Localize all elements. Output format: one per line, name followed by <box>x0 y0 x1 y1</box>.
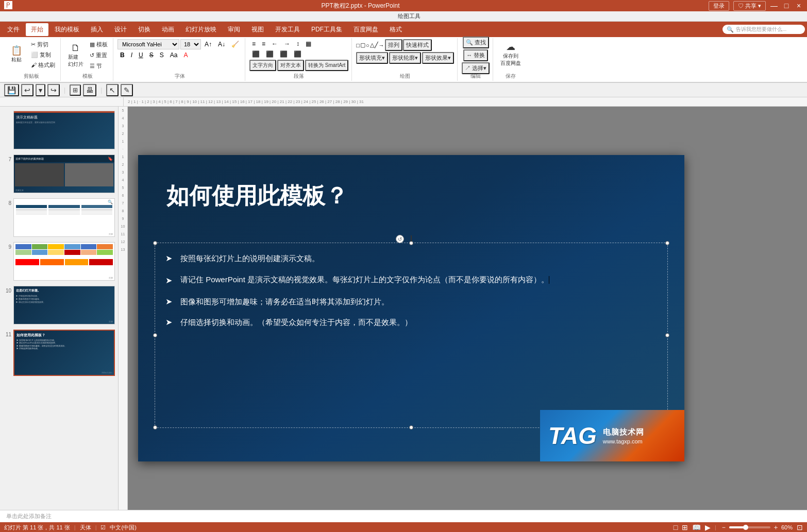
font-decrease-button[interactable]: A↓ <box>215 40 228 49</box>
slide-img-10[interactable]: 这是幻灯片标题。 ▶ 仔细选择切换和动画。 ▶ 图像和图形可增加趣味。 ▶ 请记… <box>13 286 115 324</box>
slide-thumb-11[interactable]: 11 如何使用此模板？ ▶ 按照每张幻灯片上的说明创建演示文稿。 ▶ 请记住Po… <box>2 329 116 377</box>
slide-thumb-10[interactable]: 10 这是幻灯片标题。 ▶ 仔细选择切换和动画。 ▶ 图像和图形可增加趣味。 ▶… <box>2 285 116 325</box>
slide-img-7[interactable]: 选择下面列出的案例标题 🔖 页脚文本 <box>13 155 115 193</box>
bold-button[interactable]: B <box>117 50 127 60</box>
decrease-indent-button[interactable]: ← <box>269 39 280 48</box>
normal-view-button[interactable]: □ <box>674 523 678 531</box>
align-text-button[interactable]: 对齐文本 <box>277 60 304 71</box>
shape-arrow[interactable]: → <box>379 42 384 48</box>
paste-button[interactable]: 📋 粘贴 <box>5 39 28 70</box>
redo-button[interactable]: ↪ <box>47 84 60 96</box>
char-spacing-button[interactable]: Aa <box>167 50 180 60</box>
underline-button[interactable]: U <box>136 50 146 60</box>
slide-img-11[interactable]: 如何使用此模板？ ▶ 按照每张幻灯片上的说明创建演示文稿。 ▶ 请记住Power… <box>13 330 115 376</box>
new-slide-button[interactable]: 🗋 新建幻灯片 <box>65 42 87 70</box>
shape-fill-button[interactable]: 形状填充▾ <box>356 52 388 64</box>
shape-triangle[interactable]: △ <box>370 42 374 48</box>
menu-view[interactable]: 视图 <box>246 23 269 36</box>
slide-thumb-6[interactable]: 演示文稿标题 副标题文本在这里，通常比较长以填充空间 <box>2 110 116 150</box>
menu-transitions[interactable]: 切换 <box>133 23 156 36</box>
customize-qa-button[interactable]: ⊞ <box>70 84 81 96</box>
minimize-button[interactable]: — <box>770 2 778 10</box>
cursor-button[interactable]: ↖ <box>106 84 119 96</box>
slideshow-button[interactable]: ▶ <box>705 523 711 531</box>
align-right-button[interactable]: ⬛ <box>277 49 290 59</box>
shape-rounded[interactable]: ▢ <box>360 42 365 48</box>
accessibility-icon[interactable]: ☑ <box>100 524 106 531</box>
handle-tc[interactable] <box>409 241 413 245</box>
slide-thumb-8[interactable]: 8 🔍 <box>2 197 116 238</box>
undo-button[interactable]: ↩ <box>21 84 33 96</box>
menu-baidu[interactable]: 百度网盘 <box>348 23 383 36</box>
menu-format[interactable]: 格式 <box>384 23 407 36</box>
slide-thumb-9[interactable]: 9 <box>2 241 116 282</box>
handle-bl[interactable] <box>153 425 157 430</box>
numbered-list-button[interactable]: ≡ <box>259 39 268 48</box>
menu-insert[interactable]: 插入 <box>86 23 108 36</box>
align-left-button[interactable]: ⬛ <box>249 49 262 59</box>
zoom-slider[interactable] <box>729 526 770 528</box>
menu-design[interactable]: 设计 <box>109 23 132 36</box>
handle-bc[interactable] <box>409 425 413 430</box>
handle-ml[interactable] <box>153 333 157 337</box>
menu-slideshow[interactable]: 幻灯片放映 <box>180 23 222 36</box>
strikethrough-button[interactable]: S <box>147 50 156 60</box>
quick-styles-button[interactable]: 快速样式 <box>403 39 432 51</box>
columns-button[interactable]: ▦ <box>303 39 314 48</box>
section-button[interactable]: ☰ 节 <box>88 61 110 71</box>
bullet-list-button[interactable]: ≡ <box>249 39 258 48</box>
replace-button[interactable]: ↔ 替换 <box>463 49 488 61</box>
login-button[interactable]: 登录 <box>709 1 729 11</box>
menu-file[interactable]: 文件 <box>2 23 25 36</box>
text-box[interactable]: ➤ 按照每张幻灯片上的说明创建演示文稿。 ➤ 请记住 PowerPoint 是演… <box>155 243 668 428</box>
shadow-button[interactable]: S <box>157 50 166 60</box>
zoom-out-button[interactable]: － <box>720 523 727 532</box>
rotation-handle[interactable]: ↺ <box>396 235 404 243</box>
reading-view-button[interactable]: 📖 <box>692 523 701 531</box>
zoom-in-button[interactable]: ＋ <box>772 523 779 532</box>
search-box[interactable]: 🔍 告诉我您想要做什么... <box>722 25 805 34</box>
menu-mytemplate[interactable]: 我的模板 <box>49 23 85 36</box>
slide-img-9[interactable]: 页脚 <box>13 242 115 281</box>
handle-mr[interactable] <box>665 333 669 337</box>
menu-developer[interactable]: 开发工具 <box>270 23 305 36</box>
restore-button[interactable]: □ <box>782 2 791 10</box>
handle-tl[interactable] <box>153 241 157 245</box>
find-button[interactable]: 🔍 查找 <box>463 37 489 48</box>
increase-indent-button[interactable]: → <box>281 39 293 48</box>
slide-img-6[interactable]: 演示文稿标题 副标题文本在这里，通常比较长以填充空间 <box>13 111 115 149</box>
clear-format-button[interactable]: 🧹 <box>229 40 242 49</box>
align-center-button[interactable]: ⬛ <box>263 49 276 59</box>
font-increase-button[interactable]: A↑ <box>202 40 214 49</box>
text-direction-button[interactable]: 文字方向 <box>249 60 276 71</box>
line-spacing-button[interactable]: ↕ <box>294 39 302 48</box>
to-smartart-button[interactable]: 转换为 SmartArt <box>305 60 348 71</box>
slide-wrapper[interactable]: 如何使用此模板？ ↺ <box>138 155 684 461</box>
pen-button[interactable]: ✎ <box>121 84 133 96</box>
close-button[interactable]: × <box>795 2 803 10</box>
handle-tr[interactable] <box>665 241 669 245</box>
shape-effect-button[interactable]: 形状效果▾ <box>422 52 454 64</box>
save-baidu-button[interactable]: ☁ 保存到百度网盘 <box>497 39 524 70</box>
layout-button[interactable]: ▦ 模板 <box>88 40 110 49</box>
copy-button[interactable]: ⬜ 复制 <box>29 50 57 60</box>
font-size-select[interactable]: 18 <box>180 39 201 49</box>
arrange-button[interactable]: 排列 <box>385 39 402 51</box>
zoom-thumb[interactable] <box>743 525 748 530</box>
cut-button[interactable]: ✂ 剪切 <box>29 40 57 49</box>
fit-slide-button[interactable]: ⊡ <box>797 523 803 531</box>
slide-img-8[interactable]: 🔍 <box>13 198 115 237</box>
menu-animations[interactable]: 动画 <box>157 23 179 36</box>
undo-dropdown[interactable]: ▾ <box>36 84 45 96</box>
shape-outline-button[interactable]: 形状轮廓▾ <box>389 52 421 64</box>
shape-line[interactable]: ╱ <box>375 42 378 48</box>
slide-thumb-7[interactable]: 7 选择下面列出的案例标题 🔖 页脚文本 <box>2 153 116 194</box>
italic-button[interactable]: I <box>128 50 135 60</box>
slide-sorter-button[interactable]: ⊞ <box>682 523 688 531</box>
print-button[interactable]: 🖶 <box>83 84 96 96</box>
format-painter-button[interactable]: 🖌 格式刷 <box>29 60 57 70</box>
justify-button[interactable]: ⬛ <box>291 49 304 59</box>
share-button[interactable]: ♡ 共享 ▾ <box>733 1 766 11</box>
main-slide[interactable]: 如何使用此模板？ ↺ <box>138 155 684 461</box>
save-qa-button[interactable]: 💾 <box>4 84 19 96</box>
